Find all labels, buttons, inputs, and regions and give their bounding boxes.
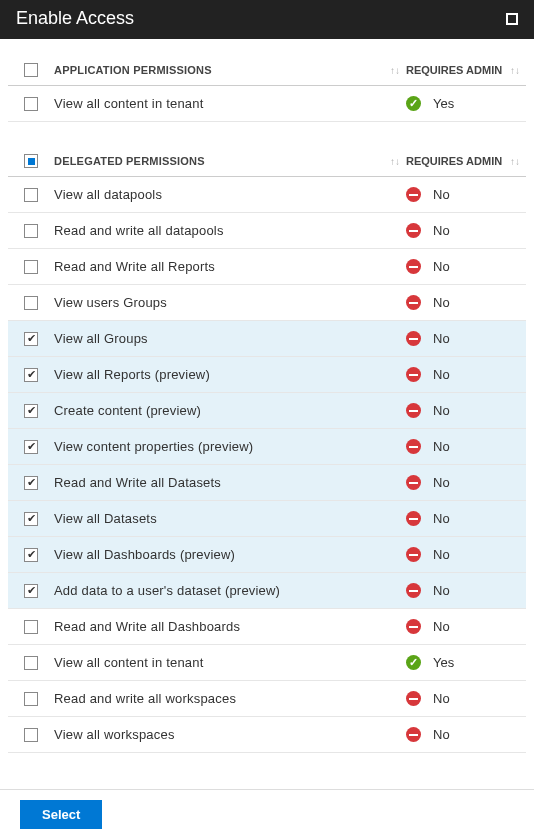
- minus-circle-icon: [406, 727, 421, 742]
- requires-admin-value: No: [433, 403, 450, 418]
- permission-row: Read and write all datapoolsNo↑↓: [8, 213, 526, 249]
- permission-checkbox[interactable]: [24, 224, 38, 238]
- permission-checkbox[interactable]: [24, 296, 38, 310]
- minus-circle-icon: [406, 187, 421, 202]
- permission-checkbox[interactable]: [24, 476, 38, 490]
- delegated-permissions-checkbox[interactable]: [24, 154, 38, 168]
- permission-label: Read and Write all Dashboards: [54, 619, 406, 634]
- permission-checkbox[interactable]: [24, 404, 38, 418]
- delegated-permissions-header: DELEGATED PERMISSIONS ↑↓ REQUIRES ADMIN …: [8, 146, 526, 177]
- minus-circle-icon: [406, 583, 421, 598]
- permission-label: View all workspaces: [54, 727, 406, 742]
- sort-icon[interactable]: ↑↓: [390, 156, 400, 167]
- permissions-content: APPLICATION PERMISSIONS ↑↓ REQUIRES ADMI…: [0, 39, 534, 753]
- requires-admin-cell: No: [406, 727, 510, 742]
- requires-admin-cell: No: [406, 511, 510, 526]
- permission-label: Read and write all datapools: [54, 223, 406, 238]
- sort-icon[interactable]: ↑↓: [510, 156, 520, 167]
- requires-admin-value: No: [433, 583, 450, 598]
- permission-checkbox[interactable]: [24, 584, 38, 598]
- app-permissions-col-label: APPLICATION PERMISSIONS: [54, 64, 390, 76]
- permission-checkbox[interactable]: [24, 548, 38, 562]
- requires-admin-cell: No: [406, 259, 510, 274]
- requires-admin-cell: Yes: [406, 96, 510, 111]
- minus-circle-icon: [406, 619, 421, 634]
- permission-row: View all Dashboards (preview)No↑↓: [8, 537, 526, 573]
- permission-checkbox[interactable]: [24, 332, 38, 346]
- panel-footer: Select: [0, 789, 534, 839]
- permission-label: View all content in tenant: [54, 96, 406, 111]
- minus-circle-icon: [406, 331, 421, 346]
- app-permissions-checkbox[interactable]: [24, 63, 38, 77]
- requires-admin-value: No: [433, 439, 450, 454]
- requires-admin-value: No: [433, 223, 450, 238]
- permission-checkbox[interactable]: [24, 692, 38, 706]
- requires-admin-value: No: [433, 547, 450, 562]
- minus-circle-icon: [406, 547, 421, 562]
- permission-checkbox[interactable]: [24, 97, 38, 111]
- permission-label: Read and Write all Datasets: [54, 475, 406, 490]
- select-button[interactable]: Select: [20, 800, 102, 829]
- permission-checkbox[interactable]: [24, 656, 38, 670]
- requires-admin-cell: No: [406, 691, 510, 706]
- requires-admin-cell: No: [406, 583, 510, 598]
- permission-label: View all Reports (preview): [54, 367, 406, 382]
- minus-circle-icon: [406, 403, 421, 418]
- requires-admin-value: No: [433, 295, 450, 310]
- minus-circle-icon: [406, 475, 421, 490]
- permission-row: Create content (preview)No↑↓: [8, 393, 526, 429]
- permission-checkbox[interactable]: [24, 188, 38, 202]
- requires-admin-col-label: REQUIRES ADMIN: [406, 64, 502, 76]
- requires-admin-cell: No: [406, 547, 510, 562]
- check-circle-icon: [406, 655, 421, 670]
- requires-admin-cell: No: [406, 439, 510, 454]
- permission-row: Add data to a user's dataset (preview)No…: [8, 573, 526, 609]
- panel-header: Enable Access: [0, 0, 534, 39]
- panel-title: Enable Access: [16, 8, 134, 29]
- permission-row: View all content in tenantYes↑↓: [8, 86, 526, 122]
- permission-row: View all workspacesNo↑↓: [8, 717, 526, 753]
- permission-label: View users Groups: [54, 295, 406, 310]
- permission-row: Read and Write all ReportsNo↑↓: [8, 249, 526, 285]
- permission-checkbox[interactable]: [24, 728, 38, 742]
- permission-row: View all DatasetsNo↑↓: [8, 501, 526, 537]
- permission-label: View content properties (preview): [54, 439, 406, 454]
- permission-label: View all Datasets: [54, 511, 406, 526]
- permission-row: Read and write all workspacesNo↑↓: [8, 681, 526, 717]
- sort-icon[interactable]: ↑↓: [510, 65, 520, 76]
- requires-admin-value: No: [433, 691, 450, 706]
- requires-admin-cell: No: [406, 619, 510, 634]
- permission-label: View all Groups: [54, 331, 406, 346]
- requires-admin-col-label: REQUIRES ADMIN: [406, 155, 502, 167]
- requires-admin-value: Yes: [433, 655, 454, 670]
- app-permissions-header: APPLICATION PERMISSIONS ↑↓ REQUIRES ADMI…: [8, 55, 526, 86]
- requires-admin-cell: No: [406, 187, 510, 202]
- permission-label: Add data to a user's dataset (preview): [54, 583, 406, 598]
- requires-admin-value: Yes: [433, 96, 454, 111]
- sort-icon[interactable]: ↑↓: [390, 65, 400, 76]
- permission-checkbox[interactable]: [24, 620, 38, 634]
- minus-circle-icon: [406, 511, 421, 526]
- permission-row: View all GroupsNo↑↓: [8, 321, 526, 357]
- permission-checkbox[interactable]: [24, 512, 38, 526]
- permission-row: Read and Write all DashboardsNo↑↓: [8, 609, 526, 645]
- maximize-icon[interactable]: [506, 13, 518, 25]
- permission-row: Read and Write all DatasetsNo↑↓: [8, 465, 526, 501]
- permission-row: View all Reports (preview)No↑↓: [8, 357, 526, 393]
- permission-label: Create content (preview): [54, 403, 406, 418]
- check-circle-icon: [406, 96, 421, 111]
- permission-checkbox[interactable]: [24, 440, 38, 454]
- requires-admin-cell: Yes: [406, 655, 510, 670]
- requires-admin-cell: No: [406, 331, 510, 346]
- requires-admin-cell: No: [406, 223, 510, 238]
- permission-checkbox[interactable]: [24, 368, 38, 382]
- requires-admin-value: No: [433, 367, 450, 382]
- permission-checkbox[interactable]: [24, 260, 38, 274]
- requires-admin-value: No: [433, 187, 450, 202]
- minus-circle-icon: [406, 439, 421, 454]
- permission-label: Read and write all workspaces: [54, 691, 406, 706]
- permission-label: View all datapools: [54, 187, 406, 202]
- permission-label: View all Dashboards (preview): [54, 547, 406, 562]
- permission-row: View all datapoolsNo↑↓: [8, 177, 526, 213]
- requires-admin-value: No: [433, 511, 450, 526]
